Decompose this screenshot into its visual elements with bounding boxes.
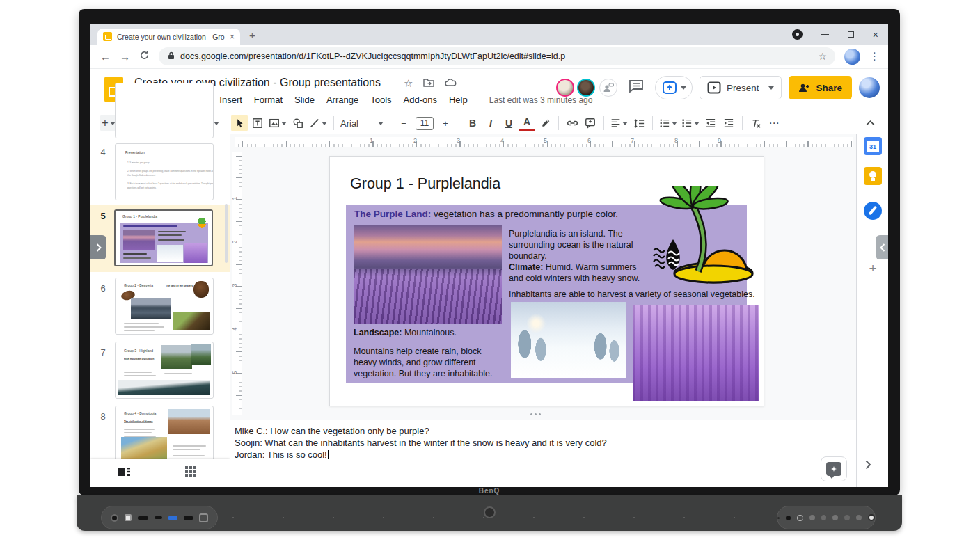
slide-purple-box[interactable]: The Purple Land: vegetation has a predom… xyxy=(346,205,747,383)
decrease-font-size-button[interactable]: − xyxy=(395,115,412,131)
slide-thumbnail-selected[interactable]: Group 1 - Purplelandia xyxy=(114,209,213,266)
tasks-icon[interactable] xyxy=(864,202,882,220)
slide-thumbnail[interactable]: Group 2 - Beaveria The land of the beave… xyxy=(115,278,214,335)
insert-shape-icon[interactable] xyxy=(290,115,306,131)
text-color-button[interactable]: A xyxy=(519,115,535,131)
slide-title[interactable]: Group 1 - Purplelandia xyxy=(350,175,500,193)
grid-view-icon[interactable] xyxy=(185,466,196,480)
forward-icon[interactable]: → xyxy=(120,51,130,63)
numbered-list-icon[interactable] xyxy=(680,115,701,131)
underline-button[interactable]: U xyxy=(500,115,517,131)
lavender-field-image[interactable] xyxy=(354,225,502,324)
get-addons-button[interactable]: + xyxy=(864,261,882,276)
star-document-icon[interactable]: ☆ xyxy=(404,77,413,90)
filmstrip-expand-chevron[interactable] xyxy=(90,235,106,259)
increase-indent-icon[interactable] xyxy=(720,115,737,131)
power-button xyxy=(868,514,875,521)
ruler-tick-label: 1 xyxy=(370,137,373,144)
text-box-icon[interactable] xyxy=(249,115,266,131)
menu-addons[interactable]: Add-ons xyxy=(404,95,437,105)
landscape-paragraph[interactable]: Landscape: Mountainous. xyxy=(354,327,457,338)
chevron-down-icon xyxy=(378,122,384,125)
url-field[interactable]: docs.google.com/presentation/d/1FKotLP--… xyxy=(159,47,835,65)
thumb-cartoon-image xyxy=(121,437,167,461)
bulleted-list-icon[interactable] xyxy=(658,115,679,131)
keep-icon[interactable] xyxy=(864,167,882,185)
menu-tools[interactable]: Tools xyxy=(370,95,391,105)
filmstrip-scrollbar[interactable] xyxy=(225,204,228,263)
filmstrip-view-icon[interactable] xyxy=(117,466,131,480)
thumb-purple-box xyxy=(120,223,208,263)
mountains-paragraph[interactable]: Mountains help create rain, block heavy … xyxy=(354,346,505,379)
monitor-speaker-bar xyxy=(77,495,902,531)
more-options-icon[interactable]: ⋯ xyxy=(766,115,782,131)
snow-forest-image[interactable] xyxy=(511,302,626,378)
move-folder-icon[interactable] xyxy=(423,77,434,90)
highlight-color-icon[interactable] xyxy=(537,115,553,131)
browser-tab[interactable]: Create your own civilization - Gro × xyxy=(97,29,240,45)
present-to-meeting-button[interactable] xyxy=(655,76,693,99)
clear-formatting-icon[interactable] xyxy=(748,115,764,131)
hdmi-port xyxy=(138,516,148,520)
menu-slide[interactable]: Slide xyxy=(294,95,315,105)
new-tab-button[interactable]: + xyxy=(249,29,255,41)
italic-button[interactable]: I xyxy=(482,115,499,131)
reload-icon[interactable] xyxy=(139,50,150,63)
bold-button[interactable]: B xyxy=(464,115,481,131)
menu-insert[interactable]: Insert xyxy=(219,95,242,105)
slide-banner-text[interactable]: The Purple Land: vegetation has a predom… xyxy=(354,209,618,219)
maximize-icon[interactable] xyxy=(848,31,854,38)
anonymous-viewers-icon[interactable] xyxy=(599,79,617,97)
insert-line-icon[interactable] xyxy=(308,115,329,131)
lavender-closeup-image[interactable] xyxy=(633,305,759,401)
slide-thumbnail-partial[interactable] xyxy=(115,83,214,138)
browser-profile-avatar[interactable] xyxy=(844,49,860,65)
slide-thumbnail[interactable]: Group 4 - Domotopia The civilization of … xyxy=(115,406,214,463)
menu-format[interactable]: Format xyxy=(254,95,283,105)
present-button[interactable]: Present xyxy=(700,76,782,99)
decrease-indent-icon[interactable] xyxy=(702,115,719,131)
notes-resize-handle[interactable] xyxy=(530,413,541,415)
slide-thumbnail[interactable]: Presentation 1. 5 minutes per group 2. W… xyxy=(115,143,214,200)
scroll-right-chevron[interactable] xyxy=(865,460,871,472)
island-paragraph[interactable]: Purplelandia is an island. The surroundi… xyxy=(509,228,654,262)
slide-thumbnail[interactable]: Group 3 - Highland High mountain civiliz… xyxy=(115,342,214,399)
slide-canvas[interactable]: Group 1 - Purplelandia The Purple Land: … xyxy=(329,156,764,406)
bookmark-star-icon[interactable]: ☆ xyxy=(818,51,827,62)
explore-button[interactable] xyxy=(821,456,847,481)
increase-font-size-button[interactable]: + xyxy=(437,115,454,131)
insert-link-icon[interactable] xyxy=(564,115,580,131)
ruler-tick-label: 2 xyxy=(413,137,417,144)
cloud-status-icon[interactable] xyxy=(445,77,457,90)
share-button[interactable]: Share xyxy=(789,76,852,99)
font-size-field[interactable]: 11 xyxy=(416,117,434,130)
line-spacing-icon[interactable] xyxy=(631,115,647,131)
side-panel-collapse-chevron[interactable] xyxy=(876,235,888,259)
calendar-icon[interactable]: 31 xyxy=(864,137,882,155)
select-tool-icon[interactable] xyxy=(231,115,248,131)
menu-help[interactable]: Help xyxy=(449,95,468,105)
usb-b-port xyxy=(125,514,132,521)
ruler-tick-label: 5 xyxy=(544,137,547,144)
climate-paragraph[interactable]: Climate: Humid. Warm summers and cold wi… xyxy=(509,262,648,284)
tab-close-icon[interactable]: × xyxy=(230,33,235,41)
thumb-domes-image xyxy=(168,409,210,434)
add-comment-icon[interactable] xyxy=(582,115,599,131)
browser-menu-icon[interactable]: ⋮ xyxy=(869,50,880,63)
collaborator-avatar[interactable] xyxy=(577,79,595,97)
palm-island-clipart[interactable] xyxy=(652,186,755,291)
back-icon[interactable]: ← xyxy=(100,51,111,63)
menu-arrange[interactable]: Arrange xyxy=(326,95,358,105)
insert-image-icon[interactable] xyxy=(267,115,288,131)
open-comments-icon[interactable] xyxy=(629,79,644,96)
account-avatar[interactable] xyxy=(859,77,880,98)
window-close-icon[interactable]: × xyxy=(873,30,878,40)
align-icon[interactable] xyxy=(609,115,629,131)
collaborator-avatar[interactable] xyxy=(556,79,574,97)
minimize-icon[interactable] xyxy=(821,34,829,35)
font-family-select[interactable]: Arial xyxy=(339,115,385,131)
collapse-toolbar-icon[interactable] xyxy=(862,115,878,131)
browser-badge-icon[interactable] xyxy=(792,29,803,40)
filmstrip-row: 8 Group 4 - Domotopia The civilization o… xyxy=(90,406,230,467)
speaker-notes[interactable]: Mike C.: How can the vegetation only be … xyxy=(230,420,856,487)
